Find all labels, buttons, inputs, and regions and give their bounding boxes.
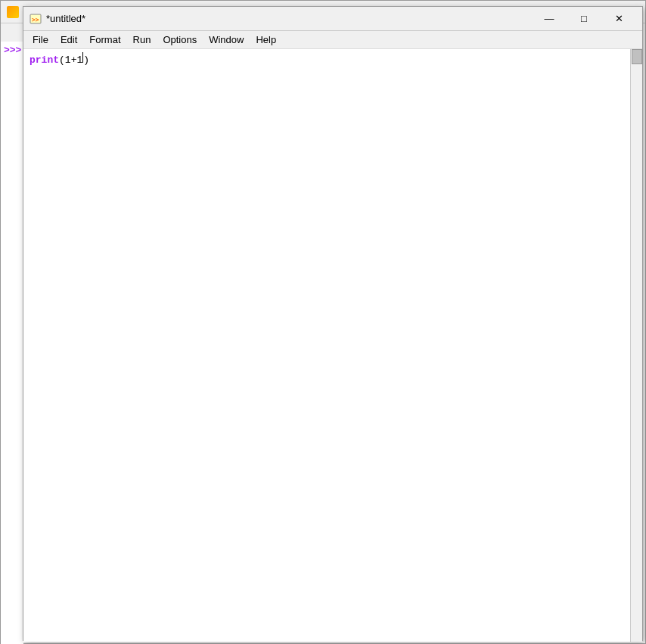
scrollbar-track[interactable] [630,49,642,642]
editor-window: >> *untitled* — □ ✕ File Edit Format Run… [23,6,643,641]
scrollbar-thumb[interactable] [632,49,642,64]
code-paren-close: ) [83,53,89,68]
shell-prompt: >>> [4,45,21,56]
menu-options[interactable]: Options [157,33,203,47]
menubar: File Edit Format Run Options Window Help [23,31,642,49]
editor-close-button[interactable]: ✕ [601,7,636,31]
shell-content: >>> [1,42,23,644]
code-operator-plus: + [71,53,77,68]
menu-run[interactable]: Run [127,33,157,47]
menu-edit[interactable]: Edit [54,33,83,47]
menu-help[interactable]: Help [250,33,282,47]
editor-maximize-button[interactable]: □ [567,7,601,31]
editor-titlebar: >> *untitled* — □ ✕ [23,7,642,31]
svg-text:>>: >> [32,17,39,23]
editor-content[interactable]: print(1+1) [23,49,630,642]
editor-minimize-button[interactable]: — [532,7,567,31]
menu-file[interactable]: File [26,33,54,47]
code-number-2: 1 [76,53,82,68]
menu-format[interactable]: Format [83,33,126,47]
desktop: IDLE Shell 3.10.2 — □ ✕ >>> >> *untitled… [0,0,646,644]
code-number-1: 1 [65,53,71,68]
code-keyword-print: print [30,53,59,68]
shell-window-icon [7,6,19,18]
editor-window-icon: >> [30,13,42,25]
menu-window[interactable]: Window [203,33,250,47]
editor-body[interactable]: print(1+1) [23,49,642,642]
code-line-1: print(1+1) [30,52,624,68]
editor-window-title: *untitled* [46,13,532,24]
code-paren-open: ( [59,53,65,68]
editor-titlebar-controls: — □ ✕ [532,7,636,31]
